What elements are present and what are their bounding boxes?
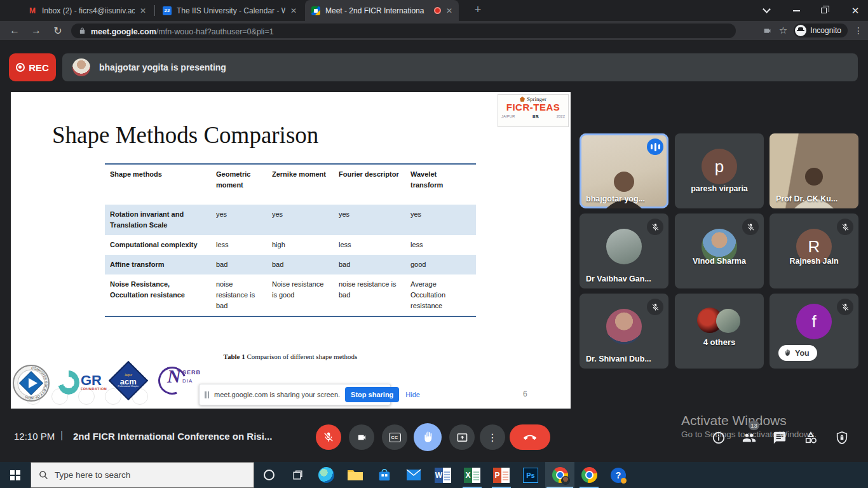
close-icon[interactable]: ✕ [446,6,452,15]
participant-name: Rajnesh Jain [770,257,858,266]
participant-tile-vinod[interactable]: Vinod Sharma [675,214,764,288]
address-bar[interactable]: meet.google.com/mfn-wouo-haf?authuser=0&… [71,24,736,38]
incognito-icon [795,25,806,36]
mic-mute-button[interactable] [316,424,341,450]
url-path: /mfn-wouo-haf?authuser=0&pli=1 [156,27,274,36]
column-header: Shape methods [105,164,211,205]
participant-name: Dr. Shivani Dub... [586,355,651,363]
stop-sharing-button[interactable]: Stop sharing [345,387,399,402]
tab-camera-icon[interactable] [762,27,773,35]
incognito-badge: Incognito [794,24,848,37]
activate-windows-watermark: Activate Windows [681,413,787,428]
gr-swirl-icon [58,370,79,395]
hand-raised-pill: You [778,345,817,361]
taskbar-chrome-2[interactable] [574,462,604,488]
participant-tile-prof-ck[interactable]: Prof Dr. CK Ku... [770,133,858,208]
chrome-icon [581,467,597,483]
camera-icon [356,433,368,442]
chrome-icon [552,467,568,483]
host-controls-button[interactable] [835,431,849,447]
hide-link[interactable]: Hide [405,391,420,398]
tab-calendar[interactable]: 22 The IIS University - Calendar - We ✕ [156,0,303,21]
start-button[interactable] [0,462,31,488]
table-row: Affine transform bad bad bad good [105,255,476,274]
mic-off-icon [837,299,853,315]
mic-off-icon [837,219,853,235]
store-icon [377,468,391,482]
gmail-icon: M [28,6,37,15]
slide-page-number: 6 [523,390,527,398]
presentation-slide: Springer FICR-TEAS JAIPUR IIS 2022 Shape… [11,92,571,409]
close-icon[interactable]: ✕ [290,6,297,15]
taskbar-help[interactable]: ? [604,462,633,488]
presenting-text: bhajgotar yogita is presenting [99,62,226,72]
participant-tile-you[interactable]: f You [770,294,858,369]
share-message: meet.google.com is sharing your screen. [214,391,340,398]
forward-button[interactable]: → [25,25,47,36]
screen: M Inbox (2) - ficrs4@iisuniv.ac.in - T ✕… [0,0,868,488]
browser-tabstrip: M Inbox (2) - ficrs4@iisuniv.ac.in - T ✕… [0,0,868,21]
end-call-button[interactable] [510,424,550,450]
meeting-details-button[interactable] [712,431,726,447]
tab-search-chevron-icon[interactable] [754,0,779,21]
chat-button[interactable] [773,431,787,447]
meeting-clock: 12:10 PM [14,431,55,442]
avatar [606,229,642,264]
taskbar-photoshop[interactable]: Ps [516,462,545,488]
present-button[interactable] [449,424,475,450]
lock-icon [79,27,86,35]
taskbar-edge[interactable] [311,462,341,488]
tab-meet-active[interactable]: Meet - 2nd FICR Internationa ✕ [305,0,459,21]
profile-avatar [561,476,570,485]
reload-button[interactable]: ↻ [47,25,69,37]
taskbar-word[interactable]: W [428,462,458,488]
taskbar-powerpoint[interactable]: P [487,462,516,488]
participant-tile-rajnesh[interactable]: R Rajnesh Jain [770,214,858,288]
mic-off-icon [647,219,663,235]
window-restore-button[interactable] [811,0,836,21]
new-tab-button[interactable]: + [470,3,485,17]
table-row: Computational complexity less high less … [105,235,476,255]
raised-hand-icon [783,349,791,357]
slide-title: Shape Methods Comparison [52,121,318,149]
more-options-button[interactable]: ⋮ [480,424,505,450]
folder-icon [347,468,363,482]
activities-button[interactable] [803,431,818,447]
participant-tile-vaibhav[interactable]: Dr Vaibhav Gan... [580,214,668,288]
task-view-button[interactable] [283,470,311,480]
participant-tile-shivani[interactable]: Dr. Shivani Dub... [580,294,668,369]
divider: | [60,430,63,441]
taskbar-file-explorer[interactable] [341,462,370,488]
tab-gmail[interactable]: M Inbox (2) - ficrs4@iisuniv.ac.in - T ✕ [22,0,153,21]
help-icon: ? [611,468,626,483]
taskbar-mail[interactable] [399,462,428,488]
search-icon [39,470,48,480]
bookmark-star-icon[interactable]: ☆ [779,25,787,36]
search-placeholder: Type here to search [55,470,130,480]
end-call-icon [523,434,537,440]
ficr-teas-logo: Springer FICR-TEAS JAIPUR IIS 2022 [498,94,569,127]
taskbar-store[interactable] [370,462,399,488]
raise-hand-button[interactable] [414,423,442,451]
back-button[interactable]: ← [4,25,25,36]
calendar-icon: 22 [163,6,172,15]
window-close-button[interactable]: ✕ [843,0,868,21]
cortana-button[interactable] [254,470,283,480]
camera-button[interactable] [349,424,374,450]
participant-tile-others[interactable]: 4 others [675,294,764,369]
close-icon[interactable]: ✕ [140,6,146,15]
captions-icon: CC [389,433,401,442]
column-header: Zernike moment [267,164,334,205]
taskbar-search[interactable]: Type here to search [31,462,254,488]
participant-tile-bhajgotar[interactable]: bhajgotar yog... [580,133,668,208]
table-row: Rotation invariant and Translation Scale… [105,205,476,235]
info-icon [712,431,726,445]
window-minimize-button[interactable] [783,0,809,21]
captions-button[interactable]: CC [382,424,407,450]
taskbar-chrome-active[interactable] [545,462,574,488]
participant-tile-paresh[interactable]: p paresh virparia [675,133,764,208]
show-participants-button[interactable] [741,431,757,447]
browser-menu-icon[interactable]: ⋮ [854,25,863,36]
screen-share-notification: meet.google.com is sharing your screen. … [199,384,391,405]
taskbar-excel[interactable]: X [458,462,487,488]
